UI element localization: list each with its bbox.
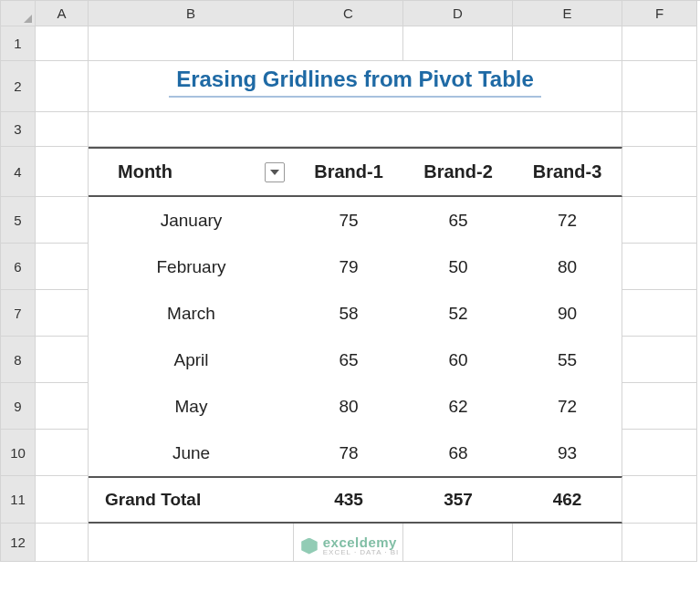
- spreadsheet-grid: A B C D E F 1 2 3 4 5 6 7 8 9 10 11 12 E…: [0, 0, 700, 562]
- pivot-value-cell[interactable]: 90: [513, 290, 622, 337]
- pivot-row-header[interactable]: Month: [89, 147, 294, 197]
- pivot-value-cell[interactable]: 55: [513, 337, 622, 383]
- cell[interactable]: [622, 430, 697, 476]
- col-header-D[interactable]: D: [403, 1, 513, 26]
- title-cell[interactable]: Erasing Gridlines from Pivot Table: [89, 61, 622, 112]
- cell[interactable]: [36, 383, 89, 430]
- cell[interactable]: [36, 112, 89, 147]
- row-header-6[interactable]: 6: [1, 244, 36, 290]
- cell[interactable]: [36, 337, 89, 383]
- pivot-value-cell[interactable]: 68: [403, 430, 513, 476]
- cell[interactable]: [89, 112, 622, 147]
- cell[interactable]: [36, 244, 89, 290]
- cell[interactable]: [36, 26, 89, 61]
- pivot-value-cell[interactable]: 62: [403, 383, 513, 430]
- filter-dropdown-button[interactable]: [265, 162, 285, 182]
- cell[interactable]: [622, 244, 697, 290]
- cell[interactable]: [36, 61, 89, 112]
- cell-value: 72: [558, 211, 577, 231]
- pivot-value-cell[interactable]: 60: [403, 337, 513, 383]
- page-title: Erasing Gridlines from Pivot Table: [169, 67, 541, 98]
- cell-value: 52: [448, 304, 467, 324]
- cell-value: 50: [448, 257, 467, 277]
- pivot-value-cell[interactable]: 65: [403, 197, 513, 244]
- pivot-month-cell[interactable]: January: [89, 197, 294, 244]
- cell[interactable]: [36, 147, 89, 197]
- pivot-value-cell[interactable]: 78: [294, 430, 403, 476]
- cell[interactable]: [89, 524, 294, 562]
- pivot-col-label: Brand-1: [314, 161, 383, 182]
- cell-value: April: [173, 350, 208, 370]
- pivot-col-header[interactable]: Brand-1: [294, 147, 403, 197]
- col-header-A[interactable]: A: [36, 1, 89, 26]
- cell[interactable]: [36, 476, 89, 524]
- pivot-value-cell[interactable]: 72: [513, 197, 622, 244]
- pivot-value-cell[interactable]: 72: [513, 383, 622, 430]
- row-header-10[interactable]: 10: [1, 430, 36, 476]
- pivot-value-cell[interactable]: 79: [294, 244, 403, 290]
- row-header-7[interactable]: 7: [1, 290, 36, 337]
- col-header-E[interactable]: E: [513, 1, 622, 26]
- row-header-3[interactable]: 3: [1, 112, 36, 147]
- cell[interactable]: [622, 197, 697, 244]
- row-header-2[interactable]: 2: [1, 61, 36, 112]
- col-header-B[interactable]: B: [89, 1, 294, 26]
- cell[interactable]: [622, 147, 697, 197]
- pivot-value-cell[interactable]: 52: [403, 290, 513, 337]
- cell[interactable]: [89, 26, 294, 61]
- pivot-col-label: Brand-3: [533, 161, 602, 182]
- pivot-value-cell[interactable]: 75: [294, 197, 403, 244]
- cell[interactable]: [513, 524, 622, 562]
- pivot-grand-total-cell[interactable]: 357: [403, 476, 513, 524]
- col-header-C[interactable]: C: [294, 1, 403, 26]
- cell[interactable]: [36, 524, 89, 562]
- pivot-value-cell[interactable]: 65: [294, 337, 403, 383]
- cell[interactable]: [622, 26, 697, 61]
- row-header-12[interactable]: 12: [1, 524, 36, 562]
- pivot-value-cell[interactable]: 80: [294, 383, 403, 430]
- cell[interactable]: [294, 524, 403, 562]
- pivot-month-cell[interactable]: February: [89, 244, 294, 290]
- pivot-col-header[interactable]: Brand-2: [403, 147, 513, 197]
- cell[interactable]: [294, 26, 403, 61]
- cell-value: May: [175, 397, 208, 417]
- cell[interactable]: [622, 476, 697, 524]
- cell[interactable]: [513, 26, 622, 61]
- cell[interactable]: [36, 197, 89, 244]
- row-header-4[interactable]: 4: [1, 147, 36, 197]
- cell[interactable]: [622, 337, 697, 383]
- pivot-grand-total-label[interactable]: Grand Total: [89, 476, 294, 524]
- pivot-month-cell[interactable]: May: [89, 383, 294, 430]
- pivot-month-cell[interactable]: April: [89, 337, 294, 383]
- pivot-value-cell[interactable]: 58: [294, 290, 403, 337]
- pivot-grand-total-cell[interactable]: 462: [513, 476, 622, 524]
- cell[interactable]: [403, 524, 513, 562]
- row-header-5[interactable]: 5: [1, 197, 36, 244]
- col-header-F[interactable]: F: [622, 1, 697, 26]
- cell[interactable]: [622, 290, 697, 337]
- pivot-value-cell[interactable]: 50: [403, 244, 513, 290]
- pivot-value-cell[interactable]: 93: [513, 430, 622, 476]
- row-header-9[interactable]: 9: [1, 383, 36, 430]
- cell-value: 65: [448, 211, 467, 231]
- cell-value: 357: [444, 490, 473, 510]
- pivot-grand-total-cell[interactable]: 435: [294, 476, 403, 524]
- pivot-month-cell[interactable]: March: [89, 290, 294, 337]
- cell[interactable]: [622, 383, 697, 430]
- pivot-month-cell[interactable]: June: [89, 430, 294, 476]
- row-header-11[interactable]: 11: [1, 476, 36, 524]
- cell[interactable]: [622, 524, 697, 562]
- select-all-corner[interactable]: [1, 1, 36, 26]
- pivot-row-label: Month: [118, 161, 172, 182]
- pivot-col-header[interactable]: Brand-3: [513, 147, 622, 197]
- pivot-value-cell[interactable]: 80: [513, 244, 622, 290]
- row-header-8[interactable]: 8: [1, 337, 36, 383]
- cell[interactable]: [622, 61, 697, 112]
- chevron-down-icon: [270, 170, 279, 175]
- row-header-1[interactable]: 1: [1, 26, 36, 61]
- cell[interactable]: [36, 430, 89, 476]
- cell[interactable]: [403, 26, 513, 61]
- cell[interactable]: [36, 290, 89, 337]
- cell-value: 75: [339, 211, 358, 231]
- cell[interactable]: [622, 112, 697, 147]
